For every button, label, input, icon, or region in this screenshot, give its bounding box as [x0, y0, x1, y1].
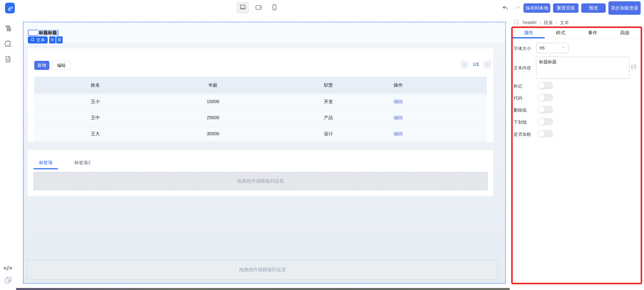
outline-icon: [4, 24, 12, 33]
save-local-button[interactable]: 保存到本地: [524, 3, 550, 13]
preview-button[interactable]: 预览: [581, 3, 606, 13]
redo-button[interactable]: [514, 5, 521, 12]
sidebar-translate-button[interactable]: 中: [0, 275, 16, 286]
selection-toolbar: 文本: [28, 36, 62, 43]
cell-age: 15000: [156, 99, 270, 104]
inspector-body: 属性 样式 事件 高级 字体大小 h5 文本内容 标题标题 {/}: [512, 28, 641, 283]
table-row: 王小 15000 开发 编辑: [34, 94, 487, 110]
underline-toggle-label: 下划线: [514, 119, 527, 125]
toggle-knob: [538, 82, 545, 89]
font-size-label: 字体大小: [514, 46, 531, 51]
puzzle-icon: [30, 37, 34, 43]
page-prev-button[interactable]: ‹: [460, 60, 468, 68]
tab-style[interactable]: 样式: [544, 30, 577, 36]
laptop-icon: [239, 4, 246, 11]
device-tablet-button[interactable]: [252, 2, 265, 14]
cell-duty: 开发: [270, 99, 387, 105]
undo-button[interactable]: [502, 5, 509, 12]
selection-handle: [28, 30, 38, 35]
tab-item-1[interactable]: 标签项: [34, 157, 58, 169]
selected-component-chip[interactable]: 文本: [28, 36, 48, 43]
page-indicator: 1/1: [472, 62, 479, 67]
breadcrumb-item-paragraph[interactable]: 段落: [544, 20, 553, 26]
property-inspector-panel: header › 段落 › 文本 属性 样式 事件 高级 字体大小 h5: [510, 16, 644, 290]
breadcrumb-separator-icon: ›: [540, 20, 541, 25]
bottom-edge-strip: [16, 288, 510, 290]
sidebar-code-button[interactable]: </>: [0, 262, 16, 274]
breadcrumb-item-text[interactable]: 文本: [560, 20, 569, 26]
heading-text: 标题标题: [38, 30, 58, 36]
tabs-card: 标签项 标签项2 拖拽组件或模板到这里: [27, 150, 494, 196]
font-size-select[interactable]: h5: [536, 43, 568, 53]
device-preview-switch: [236, 2, 281, 14]
selected-text-element[interactable]: 标题标题: [28, 30, 58, 36]
strikethrough-toggle[interactable]: [538, 106, 553, 113]
toggle-knob: [538, 106, 545, 113]
cell-duty: 产品: [270, 115, 387, 121]
delete-button[interactable]: [56, 36, 62, 43]
active-tab-underline: [512, 37, 544, 38]
dropzone-hint-text: 拖拽组件或模板到这里: [237, 178, 284, 184]
cell-age: 35000: [156, 131, 270, 137]
font-size-value: h5: [540, 45, 544, 51]
tab-properties[interactable]: 属性: [512, 30, 544, 36]
add-button[interactable]: 新增: [34, 61, 49, 70]
page-current: 1: [472, 62, 475, 67]
code-icon: </>: [3, 265, 12, 271]
copy-icon: [50, 37, 54, 42]
text-content-input[interactable]: 标题标题: [536, 57, 630, 79]
underline-toggle[interactable]: [538, 118, 553, 125]
device-desktop-button[interactable]: [236, 2, 249, 14]
translate-icon: 中: [4, 276, 12, 285]
bottom-dropzone[interactable]: 拖拽组件或模板到这里: [27, 260, 498, 280]
left-sidebar: </> 中: [0, 16, 16, 290]
edit-button[interactable]: 编辑: [52, 61, 70, 70]
tab-dropzone[interactable]: 拖拽组件或模板到这里: [34, 172, 488, 190]
tab-events[interactable]: 事件: [577, 30, 609, 36]
strikethrough-toggle-label: 删除线: [514, 107, 527, 113]
row-edit-link[interactable]: 编辑: [394, 99, 403, 104]
mark-toggle[interactable]: [538, 82, 553, 89]
column-header-operation: 操作: [387, 82, 487, 88]
breadcrumb: header › 段落 › 文本: [514, 19, 569, 26]
copy-button[interactable]: [49, 36, 56, 43]
tab-item-2[interactable]: 标签项2: [69, 157, 96, 169]
column-header-age: 年龄: [156, 82, 270, 88]
breadcrumb-item-header[interactable]: header: [522, 20, 537, 25]
svg-text:中: 中: [7, 279, 10, 283]
tab-advanced[interactable]: 高级: [609, 30, 641, 36]
column-header-name: 姓名: [34, 82, 156, 88]
code-toggle[interactable]: [538, 94, 553, 101]
sidebar-components-button[interactable]: [0, 38, 16, 50]
sidebar-outline-button[interactable]: [0, 23, 16, 34]
formula-editor-button[interactable]: {/}: [631, 64, 637, 69]
top-toolbar: ℯ: [0, 0, 644, 16]
row-edit-link[interactable]: 编辑: [394, 131, 403, 136]
async-load-resource-button[interactable]: 异步加载资源: [608, 1, 641, 15]
cell-age: 25000: [156, 115, 270, 120]
toggle-knob: [538, 131, 545, 137]
row-edit-link[interactable]: 编辑: [394, 115, 403, 120]
page-next-button[interactable]: ›: [484, 60, 491, 68]
table-row: 王大 35000 设计 编辑: [34, 126, 487, 142]
sidebar-pages-button[interactable]: [0, 54, 16, 65]
header-container[interactable]: [24, 22, 505, 43]
device-mobile-button[interactable]: [268, 2, 281, 14]
chevron-down-icon: [561, 45, 566, 51]
reset-page-button[interactable]: 重置页面: [553, 3, 578, 13]
redo-icon: [514, 5, 520, 12]
table-header-row: 姓名 年龄 职责 操作: [34, 77, 487, 94]
canvas-tabs: 标签项 标签项2: [34, 157, 96, 169]
cell-name: 王大: [34, 131, 156, 137]
mobile-icon: [271, 4, 278, 11]
editor-canvas[interactable]: 标题标题 文本: [23, 22, 506, 284]
bold-toggle[interactable]: [538, 130, 553, 138]
pagination: ‹ 1/1 ›: [460, 60, 491, 68]
cell-name: 王小: [34, 99, 156, 105]
logo-glyph: ℯ: [8, 3, 12, 12]
app-logo: ℯ: [5, 3, 15, 13]
tablet-icon: [255, 4, 262, 11]
selection-actions: [49, 36, 62, 43]
column-header-duty: 职责: [270, 82, 387, 88]
bold-toggle-label: 是否加粗: [514, 132, 531, 138]
